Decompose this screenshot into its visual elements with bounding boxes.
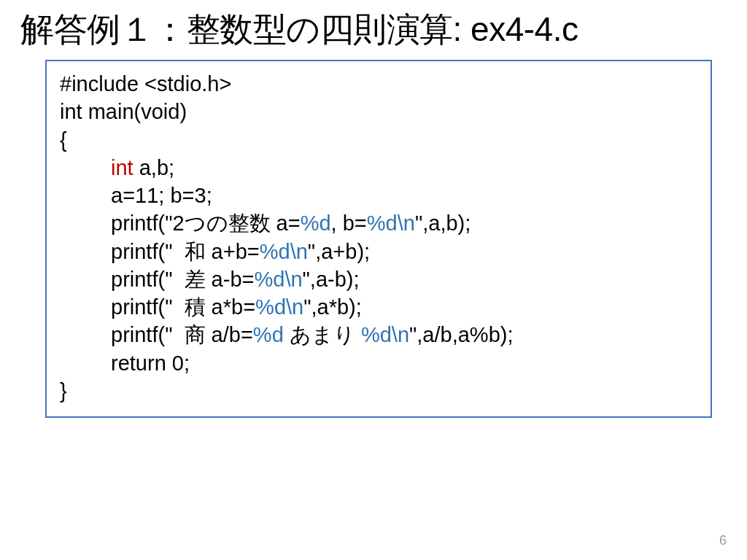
code-line: printf("2つの整数 a=%d, b=%d\n",a,b); [60,209,697,237]
code-line: a=11; b=3; [60,182,697,209]
code-line: int main(void) [60,98,697,125]
code-line: printf(" 商 a/b=%d あまり %d\n",a/b,a%b); [60,321,697,349]
code-block: #include <stdio.h> int main(void) { int … [45,60,712,418]
slide-title: 解答例１：整数型の四則演算: ex4-4.c [0,0,747,60]
code-line: printf(" 差 a-b=%d\n",a-b); [60,265,697,293]
code-line: printf(" 和 a+b=%d\n",a+b); [60,238,697,265]
code-line: { [60,126,697,154]
code-line: int a,b; [60,154,697,182]
code-line: #include <stdio.h> [60,70,697,98]
page-number: 6 [719,533,727,548]
code-line: } [60,377,697,405]
code-line: printf(" 積 a*b=%d\n",a*b); [60,293,697,321]
code-line: return 0; [60,349,697,377]
